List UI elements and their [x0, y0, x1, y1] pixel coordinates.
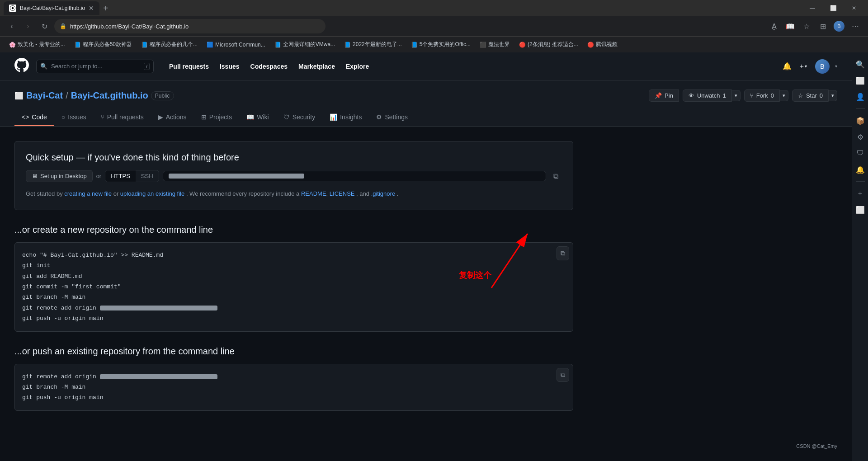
browser-tab-active[interactable]: Bayi-Cat/Bayi-Cat.github.io ✕	[4, 1, 99, 15]
repo-separator: /	[66, 90, 68, 101]
pin-icon: 📌	[655, 92, 662, 99]
bookmark-icon: 📘	[274, 42, 281, 48]
maximize-button[interactable]: ⬜	[823, 0, 844, 16]
creating-new-file-link[interactable]: creating a new file	[64, 190, 112, 197]
new-tab-button[interactable]: +	[101, 3, 110, 14]
tab-projects[interactable]: ⊞ Projects	[194, 109, 240, 126]
nav-explore[interactable]: Explore	[341, 60, 373, 73]
minimize-button[interactable]: —	[802, 0, 823, 16]
star-main[interactable]: ☆ Star 0	[792, 89, 829, 102]
back-button[interactable]: ‹	[5, 20, 18, 33]
copy-url-button[interactable]: ⧉	[550, 170, 562, 182]
bookmark-item[interactable]: 📘 程序员必备50款神器	[71, 39, 136, 50]
sidebar-bell-icon[interactable]: 🔔	[854, 163, 867, 176]
avatar-chevron[interactable]: ▾	[835, 64, 837, 69]
license-link[interactable]: LICENSE	[330, 190, 355, 197]
notifications-icon[interactable]: 🔔	[783, 62, 792, 71]
github-search-box[interactable]: 🔍 Search or jump to... /	[36, 60, 154, 73]
github-header-right: 🔔 + ▾ B ▾	[783, 59, 837, 74]
profile-button[interactable]: B	[832, 19, 846, 33]
sidebar-expand-icon[interactable]: ⬜	[854, 203, 867, 216]
create-new-button[interactable]: + ▾	[797, 61, 810, 72]
bookmark-item[interactable]: 🔴 (2条消息) 推荐适合...	[515, 39, 582, 50]
star-icon: ☆	[798, 92, 803, 99]
bookmark-item[interactable]: 📘 2022年最新的电子...	[340, 39, 406, 50]
bookmark-item[interactable]: 📘 5个免费实用的Offic...	[407, 39, 474, 50]
nav-issues[interactable]: Issues	[215, 60, 244, 73]
sidebar-box-icon[interactable]: 📦	[854, 114, 867, 127]
tab-settings[interactable]: ⚙ Settings	[369, 109, 415, 126]
tab-close-button[interactable]: ✕	[89, 5, 94, 12]
repo-owner-link[interactable]: Bayi-Cat	[26, 90, 63, 101]
star-button[interactable]: ☆ Star 0 ▾	[792, 89, 837, 102]
settings-button[interactable]: ⋯	[848, 19, 863, 33]
fork-button[interactable]: ⑂ Fork 0 ▾	[744, 89, 788, 102]
tab-wiki[interactable]: 📖 Wiki	[239, 109, 276, 126]
sidebar-plus-icon[interactable]: +	[854, 187, 867, 200]
issues-tab-icon: ○	[61, 113, 65, 121]
pin-main[interactable]: 📌 Pin	[649, 89, 679, 102]
unwatch-main[interactable]: 👁 Unwatch 1	[683, 89, 732, 102]
bookmark-icon: 📘	[411, 42, 418, 48]
readme-link[interactable]: README	[301, 190, 326, 197]
translate-button[interactable]: A̤	[767, 19, 781, 33]
browser-tab-bar: Bayi-Cat/Bayi-Cat.github.io ✕ + — ⬜ ✕	[0, 0, 868, 16]
unwatch-button[interactable]: 👁 Unwatch 1 ▾	[683, 89, 741, 102]
repo-visibility-badge: Public	[151, 91, 174, 100]
collections-button[interactable]: ⊞	[816, 19, 830, 33]
pin-button[interactable]: 📌 Pin	[649, 89, 679, 102]
tab-security[interactable]: 🛡 Security	[276, 109, 323, 126]
push-cmd-1: git remote add origin	[22, 373, 217, 380]
tab-pull-requests[interactable]: ⑂ Pull requests	[94, 109, 151, 126]
favorites-button[interactable]: ☆	[799, 19, 814, 33]
uploading-file-link[interactable]: uploading an existing file	[120, 190, 184, 197]
setup-desktop-button[interactable]: 🖥 Set up in Desktop	[26, 170, 93, 182]
sidebar-gear-icon[interactable]: ⚙	[854, 131, 867, 143]
fork-dropdown[interactable]: ▾	[780, 90, 788, 101]
protocol-toggle: HTTPS SSH	[105, 170, 159, 182]
sidebar-window-icon[interactable]: ⬜	[854, 74, 867, 87]
nav-marketplace[interactable]: Marketplace	[294, 60, 340, 73]
bookmark-item[interactable]: 🔴 腾讯视频	[584, 39, 621, 50]
bookmark-item[interactable]: ⬛ 魔法世界	[476, 39, 514, 50]
tab-issues[interactable]: ○ Issues	[54, 109, 94, 126]
quick-setup-controls: 🖥 Set up in Desktop or HTTPS SSH	[26, 170, 562, 182]
toolbar-actions: A̤ 📖 ☆ ⊞ B ⋯	[767, 19, 863, 33]
nav-pull-requests[interactable]: Pull requests	[165, 60, 213, 73]
tab-favicon	[9, 5, 16, 12]
unwatch-dropdown[interactable]: ▾	[732, 90, 741, 101]
tab-actions[interactable]: ▶ Actions	[151, 109, 194, 126]
sidebar-search-icon[interactable]: 🔍	[854, 58, 867, 71]
https-button[interactable]: HTTPS	[105, 170, 136, 182]
desktop-icon: 🖥	[32, 173, 38, 179]
command-line-title: ...or create a new repository on the com…	[14, 225, 573, 235]
copy-push-code-button[interactable]: ⧉	[557, 368, 569, 382]
reload-button[interactable]: ↻	[38, 20, 51, 33]
info-middle: . We recommend every repository include …	[186, 190, 301, 197]
gitignore-link[interactable]: .gitignore	[371, 190, 395, 197]
sidebar-shield-icon[interactable]: 🛡	[854, 147, 867, 160]
star-dropdown[interactable]: ▾	[829, 90, 837, 101]
ssh-button[interactable]: SSH	[136, 170, 159, 182]
or-separator: or	[96, 173, 102, 179]
address-bar[interactable]: 🔒 https://github.com/Bayi-Cat/Bayi-Cat.g…	[54, 19, 326, 33]
sidebar-divider-2	[856, 181, 865, 182]
sidebar-user-icon[interactable]: 👤	[854, 90, 867, 103]
tab-issues-label: Issues	[68, 113, 86, 121]
bookmark-item[interactable]: 🌸 致美化 - 最专业的...	[5, 39, 69, 50]
tab-code[interactable]: <> Code	[14, 109, 54, 126]
fork-main[interactable]: ⑂ Fork 0	[744, 89, 780, 102]
github-logo[interactable]	[14, 58, 29, 75]
forward-button[interactable]: ›	[22, 20, 34, 33]
nav-codespaces[interactable]: Codespaces	[246, 60, 292, 73]
bookmark-item[interactable]: 🟦 Microsoft Commun...	[203, 40, 269, 50]
bookmark-item[interactable]: 📘 程序员必备的几个...	[137, 39, 201, 50]
github-header: 🔍 Search or jump to... / Pull requests I…	[0, 52, 852, 80]
copy-code-button[interactable]: ⧉	[557, 246, 569, 260]
close-button[interactable]: ✕	[844, 0, 864, 16]
user-avatar[interactable]: B	[815, 59, 830, 74]
tab-insights[interactable]: 📊 Insights	[322, 109, 369, 126]
reader-button[interactable]: 📖	[783, 19, 797, 33]
bookmark-item[interactable]: 📘 全网最详细的VMwa...	[271, 39, 339, 50]
repo-name-link[interactable]: Bayi-Cat.github.io	[71, 90, 148, 101]
